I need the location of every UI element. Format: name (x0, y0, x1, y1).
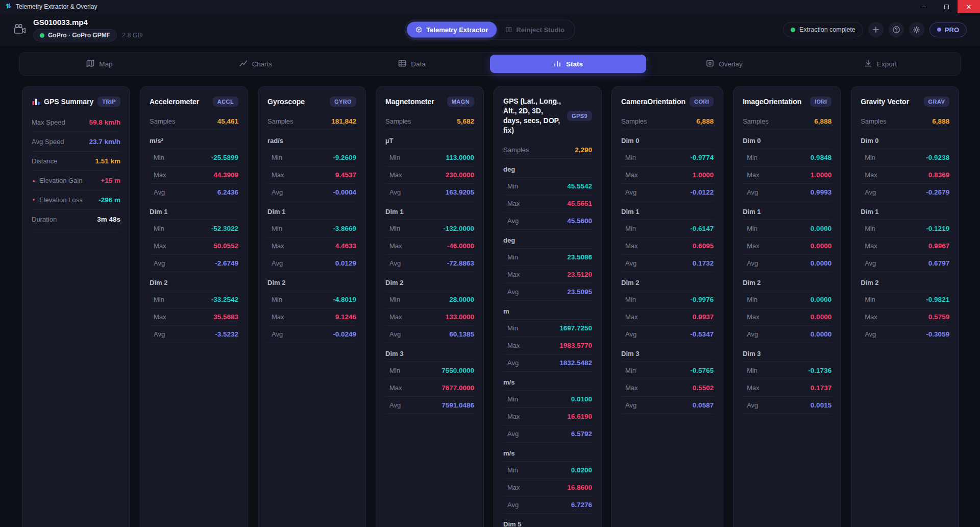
columns-icon (505, 27, 512, 33)
avg-row: Avg -0.0004 (267, 184, 356, 201)
close-button[interactable]: ✕ (958, 0, 980, 13)
summary-row-label: Distance (32, 157, 58, 165)
avg-row: Avg -0.5347 (621, 326, 714, 343)
max-value: 0.1737 (811, 384, 831, 392)
gps-summary-card: GPS Summary TRIP Max Speed 59.8 km/h Avg… (22, 86, 130, 527)
min-value: 23.5086 (567, 253, 592, 261)
max-value: 35.5683 (213, 313, 238, 321)
max-label: Max (385, 313, 402, 321)
samples-value: 45,461 (217, 117, 238, 125)
avg-value: -0.0004 (333, 188, 356, 196)
min-label: Min (743, 225, 757, 232)
min-row: Min 23.5086 (503, 249, 592, 266)
min-label: Min (743, 296, 757, 303)
min-label: Min (743, 154, 757, 161)
summary-row-value: 1.51 km (95, 157, 120, 165)
sensor-card-grav: Gravity Vector GRAV Samples 6,888 Dim 0 … (851, 86, 959, 527)
summary-row-value: -296 m (99, 196, 120, 204)
sensor-card-iori: ImageOrientation IORI Samples 6,888 Dim … (733, 86, 841, 527)
stat-section: Dim 2 Min -0.9976 Max 0.9937 Avg -0.5347 (621, 272, 714, 343)
mode-button-reinject-studio[interactable]: Reinject Studio (497, 22, 573, 38)
mode-toggle: Telemetry Extractor Reinject Studio (405, 20, 575, 40)
min-row: Min -0.9774 (621, 149, 714, 166)
header: GS010033.mp4 GoPro · GoPro GPMF 2.8 GB T… (0, 13, 980, 46)
pro-button[interactable]: PRO (929, 22, 967, 37)
avg-row: Avg 163.9205 (385, 184, 474, 201)
card-title: Accelerometer (150, 97, 199, 107)
samples-label: Samples (743, 117, 769, 125)
samples-row: Samples 6,888 (743, 113, 831, 130)
avg-value: 6.7276 (571, 501, 592, 509)
min-label: Min (267, 154, 282, 161)
stat-section: deg Min 45.5542 Max 45.5651 Avg 45.5600 (503, 159, 592, 230)
bar-chart-icon (553, 59, 561, 67)
max-label: Max (621, 313, 638, 321)
add-file-button[interactable] (868, 22, 884, 37)
tab-export[interactable]: Export (802, 55, 959, 73)
min-row: Min -0.9821 (861, 291, 949, 308)
minimize-button[interactable]: ─ (913, 0, 935, 13)
min-value: -0.9238 (926, 154, 949, 161)
card-body: Dim 0 Min -0.9238 Max 0.8369 Avg -0.2679… (861, 130, 949, 343)
camera-icon (13, 23, 27, 36)
maximize-button[interactable] (935, 0, 958, 13)
card-header: ImageOrientation IORI (743, 94, 831, 113)
avg-value: 0.1732 (693, 259, 714, 267)
tab-overlay[interactable]: Overlay (646, 55, 802, 73)
mode-label: Reinject Studio (516, 26, 565, 34)
max-label: Max (743, 313, 760, 321)
min-row: Min -33.2542 (150, 291, 238, 308)
tab-label: Data (411, 60, 426, 68)
tab-charts[interactable]: Charts (178, 55, 334, 73)
section-name: Dim 1 (743, 201, 831, 220)
min-value: 28.0000 (449, 296, 474, 303)
help-button[interactable] (889, 22, 904, 37)
section-name: Dim 1 (267, 201, 356, 220)
avg-value: 0.0587 (693, 401, 714, 409)
min-row: Min -25.5899 (150, 149, 238, 166)
tab-stats[interactable]: Stats (490, 55, 646, 73)
avg-label: Avg (267, 188, 283, 196)
card-header: Magnetometer MAGN (385, 94, 474, 113)
min-value: 113.0000 (446, 154, 474, 161)
avg-row: Avg 0.0000 (743, 255, 831, 272)
file-size: 2.8 GB (122, 32, 142, 39)
tab-map[interactable]: Map (21, 55, 178, 73)
avg-value: 0.0015 (811, 401, 831, 409)
summary-title: GPS Summary (44, 97, 93, 107)
card-header: GPS (Lat., Long., Alt., 2D, 3D, days, se… (503, 94, 592, 141)
summary-row: Avg Speed 23.7 km/h (32, 132, 120, 152)
section-name: Dim 1 (150, 201, 238, 220)
samples-row: Samples 6,888 (621, 113, 714, 130)
samples-label: Samples (385, 117, 411, 125)
max-row: Max 9.1246 (267, 308, 356, 326)
avg-label: Avg (385, 188, 401, 196)
avg-row: Avg 1832.5482 (503, 354, 592, 372)
avg-label: Avg (621, 259, 636, 267)
samples-value: 6,888 (696, 117, 714, 125)
max-value: 0.9967 (928, 242, 949, 250)
min-label: Min (503, 253, 518, 261)
samples-value: 2,290 (575, 146, 592, 154)
cube-icon (415, 27, 422, 33)
max-label: Max (621, 171, 638, 179)
min-label: Min (861, 154, 875, 161)
max-row: Max 0.1737 (743, 379, 831, 397)
avg-row: Avg 0.6797 (861, 255, 949, 272)
titlebar-title: Telemetry Extractor & Overlay (16, 3, 97, 10)
min-value: 0.0100 (571, 395, 592, 403)
min-row: Min -0.9976 (621, 291, 714, 308)
avg-row: Avg 6.5792 (503, 425, 592, 443)
min-row: Min -4.8019 (267, 291, 356, 308)
summary-row-label: Max Speed (32, 118, 65, 126)
min-value: 0.0000 (811, 296, 831, 303)
mode-button-telemetry-extractor[interactable]: Telemetry Extractor (407, 22, 497, 38)
elevation-arrow-icon: ▼ (32, 198, 36, 202)
stat-section: Dim 0 Min 0.9848 Max 1.0000 Avg 0.9993 (743, 130, 831, 201)
stat-section: Dim 3 Min 7550.0000 Max 7677.0000 Avg 75… (385, 343, 474, 414)
settings-button[interactable] (909, 22, 924, 37)
max-value: 16.8600 (567, 484, 592, 491)
avg-row: Avg -0.2679 (861, 184, 949, 201)
tab-data[interactable]: Data (334, 55, 490, 73)
sensor-card-accl: Accelerometer ACCL Samples 45,461 m/s² M… (140, 86, 248, 527)
